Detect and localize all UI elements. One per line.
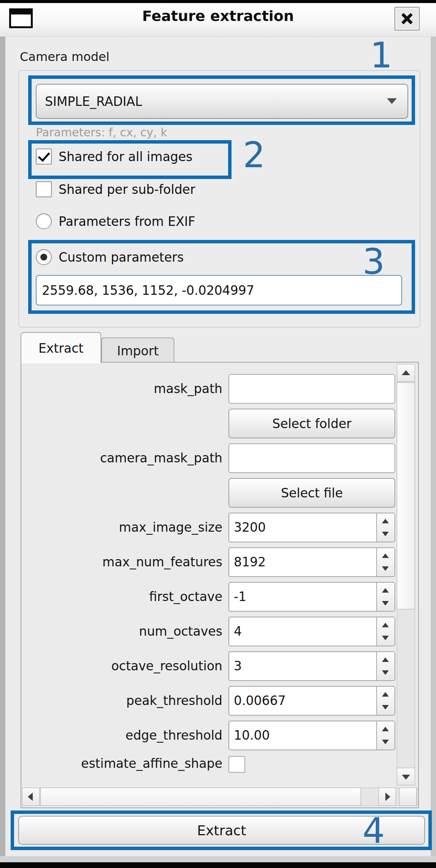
- select-file-button[interactable]: Select file: [228, 478, 395, 508]
- edge-threshold-label: edge_threshold: [23, 721, 222, 750]
- peak-threshold-label: peak_threshold: [23, 686, 222, 716]
- feature-extraction-dialog: Feature extraction Camera model SIMPLE_R…: [0, 0, 436, 868]
- window-bottom-edge: [0, 856, 436, 862]
- octave-resolution-label: octave_resolution: [23, 651, 222, 681]
- tab-extract[interactable]: Extract: [21, 332, 101, 363]
- spin-down-icon[interactable]: [382, 705, 389, 710]
- shared-for-all-images-label: Shared for all images: [59, 149, 193, 164]
- camera-model-dropdown-value: SIMPLE_RADIAL: [45, 94, 142, 109]
- camera-model-label: Camera model: [20, 50, 109, 64]
- window-right-edge: [431, 37, 436, 858]
- scrollbar-corner: [399, 788, 417, 806]
- spinner-buttons: [376, 548, 394, 576]
- checkbox-checked: [36, 149, 52, 165]
- spinner-buttons: [376, 652, 394, 680]
- edge-threshold-spinbox[interactable]: 10.00: [228, 721, 395, 750]
- horizontal-scrollbar-thumb[interactable]: [40, 788, 361, 806]
- scroll-left-button[interactable]: [22, 788, 40, 806]
- custom-parameters-input[interactable]: [36, 275, 402, 305]
- parameters-from-exif-label: Parameters from EXIF: [59, 214, 195, 229]
- radio-unselected: [36, 213, 52, 229]
- max-image-size-value: 3200: [234, 513, 266, 542]
- spinner-buttons: [376, 687, 394, 715]
- window-top-border: [0, 0, 436, 3]
- check-icon: [38, 149, 50, 162]
- spin-up-icon[interactable]: [382, 727, 389, 731]
- parameters-hint: Parameters: f, cx, cy, k: [36, 126, 167, 139]
- peak-threshold-value: 0.00667: [234, 687, 286, 715]
- close-button[interactable]: [394, 7, 420, 30]
- vertical-scrollbar-thumb[interactable]: [397, 382, 415, 609]
- camera-mask-path-label: camera_mask_path: [23, 443, 222, 473]
- arrow-left-icon: [28, 793, 33, 801]
- tab-import-label: Import: [117, 344, 159, 358]
- window-left-edge: [0, 37, 5, 858]
- max-image-size-label: max_image_size: [23, 513, 222, 542]
- mask-path-label: mask_path: [23, 374, 222, 404]
- annotation-step-1: 1: [370, 38, 393, 73]
- spin-down-icon[interactable]: [382, 670, 389, 675]
- shared-for-all-images-checkbox-row[interactable]: Shared for all images: [36, 149, 193, 165]
- arrow-down-icon: [402, 775, 410, 780]
- checkbox-unchecked: [36, 181, 52, 197]
- extract-button[interactable]: Extract: [18, 816, 425, 845]
- spinner-buttons: [376, 513, 394, 542]
- tab-extract-label: Extract: [38, 341, 83, 356]
- estimate-affine-shape-checkbox[interactable]: [228, 756, 245, 773]
- num-octaves-value: 4: [234, 617, 242, 646]
- radio-selected: [36, 249, 52, 265]
- spin-down-icon[interactable]: [382, 532, 389, 536]
- max-num-features-label: max_num_features: [23, 547, 222, 577]
- octave-resolution-value: 3: [234, 652, 242, 680]
- shared-per-subfolder-label: Shared per sub-folder: [59, 182, 195, 197]
- select-folder-button[interactable]: Select folder: [228, 409, 395, 438]
- camera-mask-path-input[interactable]: [228, 443, 395, 473]
- scroll-up-button[interactable]: [397, 364, 415, 382]
- max-image-size-spinbox[interactable]: 3200: [228, 513, 395, 542]
- estimate-affine-shape-label: estimate_affine_shape: [23, 749, 222, 778]
- spin-down-icon[interactable]: [382, 636, 389, 640]
- octave-resolution-spinbox[interactable]: 3: [228, 651, 395, 681]
- scroll-down-button[interactable]: [397, 768, 415, 785]
- shared-per-subfolder-checkbox-row[interactable]: Shared per sub-folder: [36, 181, 195, 197]
- first-octave-spinbox[interactable]: -1: [228, 582, 395, 612]
- mask-path-input[interactable]: [228, 374, 395, 404]
- max-num-features-value: 8192: [234, 548, 266, 576]
- spin-up-icon[interactable]: [382, 588, 389, 593]
- peak-threshold-spinbox[interactable]: 0.00667: [228, 686, 395, 716]
- radio-dot-icon: [40, 254, 47, 261]
- dialog-title: Feature extraction: [0, 8, 436, 24]
- spin-up-icon[interactable]: [382, 519, 389, 523]
- edge-threshold-value: 10.00: [234, 721, 270, 750]
- spinner-buttons: [376, 721, 394, 750]
- arrow-up-icon: [402, 370, 410, 375]
- tab-import[interactable]: Import: [101, 337, 174, 363]
- spin-up-icon[interactable]: [382, 692, 389, 697]
- first-octave-label: first_octave: [23, 582, 222, 612]
- arrow-right-icon: [385, 793, 390, 801]
- num-octaves-label: num_octaves: [23, 617, 222, 646]
- select-folder-button-label: Select folder: [272, 416, 351, 431]
- spinner-buttons: [376, 583, 394, 611]
- spin-down-icon[interactable]: [382, 601, 389, 606]
- spin-down-icon[interactable]: [382, 566, 389, 571]
- parameters-from-exif-radio-row[interactable]: Parameters from EXIF: [36, 213, 195, 229]
- extract-button-label: Extract: [197, 823, 246, 838]
- spin-up-icon[interactable]: [382, 553, 389, 558]
- spin-up-icon[interactable]: [382, 623, 389, 627]
- scroll-right-button[interactable]: [379, 788, 396, 806]
- window-bottom-border: [0, 862, 436, 868]
- spinner-buttons: [376, 617, 394, 646]
- chevron-down-icon: [387, 98, 397, 104]
- spin-down-icon[interactable]: [382, 740, 389, 744]
- custom-parameters-label: Custom parameters: [59, 250, 184, 265]
- max-num-features-spinbox[interactable]: 8192: [228, 547, 395, 577]
- spin-up-icon[interactable]: [382, 657, 389, 662]
- camera-model-dropdown[interactable]: SIMPLE_RADIAL: [36, 84, 408, 119]
- custom-parameters-radio-row[interactable]: Custom parameters: [36, 249, 184, 265]
- first-octave-value: -1: [234, 583, 246, 611]
- select-file-button-label: Select file: [281, 486, 343, 500]
- num-octaves-spinbox[interactable]: 4: [228, 617, 395, 646]
